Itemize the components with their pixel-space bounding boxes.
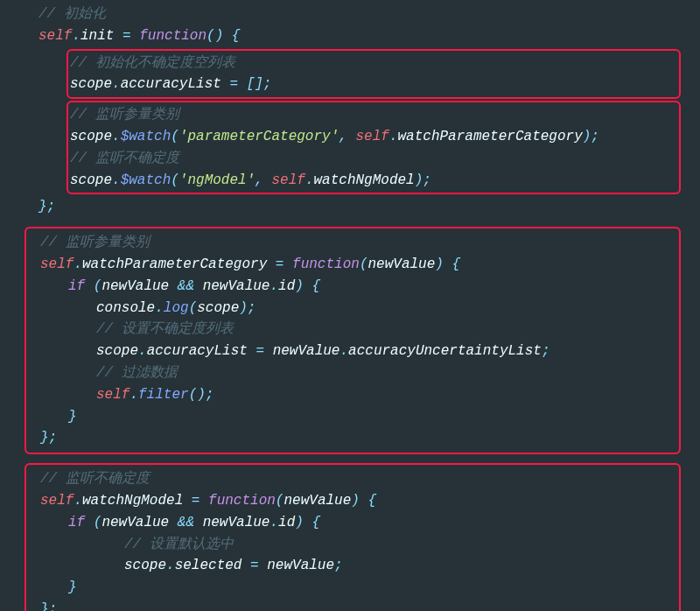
code-line: self.watchNgModel = function(newValue) { — [26, 490, 679, 512]
highlight-box-2: // 监听参量类别 scope.$watch('parameterCategor… — [66, 101, 681, 194]
code-line: scope.$watch('parameterCategory', self.w… — [68, 126, 679, 148]
code-line: scope.accuracyList = []; — [68, 74, 679, 95]
comment-line: // 设置不确定度列表 — [26, 319, 679, 341]
code-line: self.init = function() { — [0, 25, 700, 47]
comment-line: // 监听不确定度 — [26, 468, 679, 490]
code-line: scope.accuracyList = newValue.accuracyUn… — [26, 341, 679, 362]
comment-line: // 监听不确定度 — [68, 148, 679, 170]
code-line: if (newValue && newValue.id) { — [26, 512, 679, 534]
code-line: } — [26, 577, 679, 599]
code-line: }; — [26, 427, 679, 449]
comment-line: // 过滤数据 — [26, 362, 679, 384]
code-line: } — [26, 406, 679, 428]
code-line: console.log(scope); — [26, 298, 679, 320]
highlight-block-watch-ngmodel: // 监听不确定度 self.watchNgModel = function(n… — [24, 463, 681, 611]
code-line: scope.selected = newValue; — [26, 555, 679, 577]
code-line: if (newValue && newValue.id) { — [26, 276, 679, 298]
comment-line: // 监听参量类别 — [26, 232, 679, 254]
code-line: self.watchParameterCategory = function(n… — [26, 254, 679, 276]
comment-line: // 初始化不确定度空列表 — [68, 53, 679, 74]
highlight-box-1: // 初始化不确定度空列表 scope.accuracyList = []; — [66, 49, 681, 100]
comment-line: // 监听参量类别 — [68, 104, 679, 126]
code-line: }; — [0, 196, 700, 218]
code-line: }; — [26, 599, 679, 611]
code-block: // 初始化 self.init = function() { // 初始化不确… — [0, 0, 700, 611]
comment-init: // 初始化 — [0, 4, 700, 25]
comment-line: // 设置默认选中 — [26, 534, 679, 556]
highlight-block-watch-param: // 监听参量类别 self.watchParameterCategory = … — [24, 227, 681, 454]
code-line: scope.$watch('ngModel', self.watchNgMode… — [68, 170, 679, 192]
code-line: self.filter(); — [26, 384, 679, 406]
